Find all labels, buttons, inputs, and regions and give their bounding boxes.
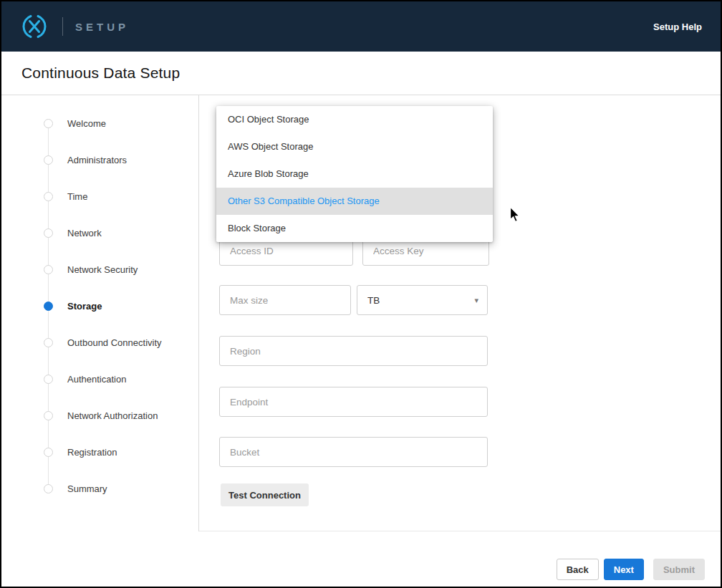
back-button[interactable]: Back (557, 559, 599, 580)
sidebar-item-storage[interactable]: Storage (1, 288, 198, 324)
step-circle-active (44, 302, 53, 311)
sidebar-item-network-security[interactable]: Network Security (1, 251, 198, 288)
sidebar-item-network[interactable]: Network (1, 215, 198, 251)
step-circle (44, 155, 53, 165)
setup-help-link[interactable]: Setup Help (653, 21, 702, 32)
step-circle (44, 228, 53, 238)
region-input[interactable] (219, 336, 488, 366)
step-circle (44, 265, 53, 274)
endpoint-row (219, 387, 488, 417)
topbar-divider (62, 17, 63, 36)
sidebar-item-outbound-connectivity[interactable]: Outbound Connectivity (1, 324, 198, 361)
max-size-input[interactable] (219, 285, 351, 315)
sidebar-item-registration[interactable]: Registration (1, 434, 198, 471)
brand-setup-label: SETUP (75, 21, 129, 33)
dropdown-option-azure[interactable]: Azure Blob Storage (216, 160, 493, 188)
endpoint-input[interactable] (219, 387, 488, 417)
dropdown-option-block[interactable]: Block Storage (216, 215, 493, 242)
sidebar-item-network-authorization[interactable]: Network Authorization (1, 397, 198, 434)
sidebar-item-summary[interactable]: Summary (1, 471, 198, 507)
step-circle (44, 119, 53, 128)
setup-stepper: Welcome Administrators Time Network Netw… (1, 95, 199, 531)
step-circle (44, 484, 53, 493)
step-circle (44, 375, 53, 384)
step-circle (44, 411, 53, 420)
dropdown-option-other-s3[interactable]: Other S3 Compatible Object Storage (216, 188, 493, 215)
chevron-down-icon: ▾ (474, 296, 478, 305)
storage-form: OCI Object Storage AWS Object Storage Az… (199, 95, 721, 531)
sidebar-item-time[interactable]: Time (1, 178, 198, 215)
bucket-input[interactable] (219, 437, 488, 467)
region-row (219, 336, 488, 366)
setup-window: SETUP Setup Help Continuous Data Setup W… (0, 0, 722, 588)
step-circle (44, 338, 53, 347)
content-area: Welcome Administrators Time Network Netw… (1, 95, 721, 531)
dropdown-option-aws[interactable]: AWS Object Storage (216, 133, 493, 160)
sidebar-item-authentication[interactable]: Authentication (1, 361, 198, 397)
test-connection-button[interactable]: Test Connection (221, 483, 309, 506)
wizard-footer: Back Next Submit (1, 531, 721, 588)
page-title: Continuous Data Setup (21, 64, 180, 82)
bucket-row (219, 437, 488, 467)
step-circle (44, 448, 53, 457)
submit-button: Submit (653, 559, 705, 580)
size-row: TB ▾ (219, 285, 488, 315)
size-unit-value: TB (367, 295, 380, 306)
delphix-logo-icon (20, 12, 49, 41)
dropdown-option-oci[interactable]: OCI Object Storage (216, 106, 493, 133)
size-unit-select[interactable]: TB ▾ (357, 285, 488, 315)
step-circle (44, 192, 53, 201)
sidebar-item-administrators[interactable]: Administrators (1, 142, 198, 178)
next-button[interactable]: Next (604, 559, 644, 580)
storage-type-dropdown-menu: OCI Object Storage AWS Object Storage Az… (216, 106, 493, 242)
topbar: SETUP Setup Help (1, 1, 721, 52)
sidebar-item-welcome[interactable]: Welcome (1, 105, 198, 142)
page-header: Continuous Data Setup (1, 52, 721, 95)
